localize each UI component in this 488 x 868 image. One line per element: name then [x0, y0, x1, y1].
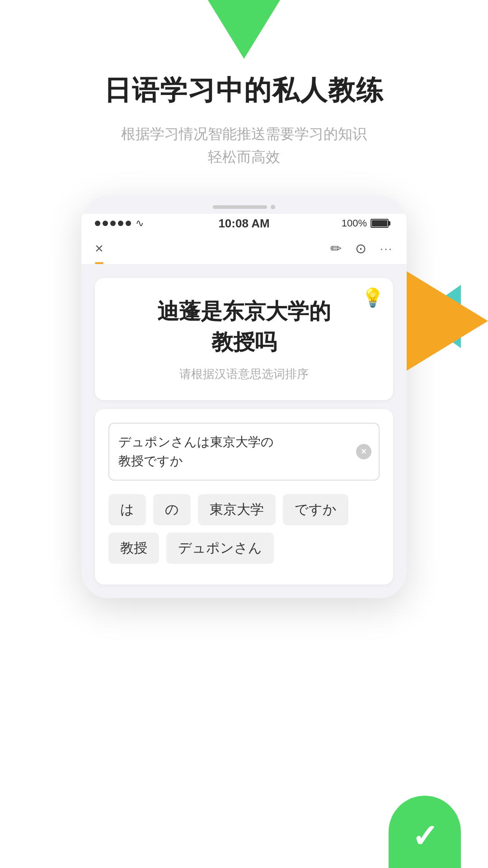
battery-text: 100% — [342, 217, 367, 229]
svg-marker-1 — [407, 271, 488, 371]
question-line2: 教授吗 — [211, 330, 277, 354]
edit-icon[interactable]: ✏ — [330, 241, 342, 256]
word-chip-desuka[interactable]: ですか — [283, 494, 348, 525]
more-button[interactable]: ··· — [380, 242, 393, 255]
hint-bulb-icon[interactable]: 💡 — [361, 287, 384, 308]
clear-button[interactable]: × — [356, 444, 371, 459]
word-chips-row1: は の 東京大学 ですか — [108, 494, 380, 525]
help-icon[interactable]: ⊙ — [355, 241, 366, 256]
status-bar: ∿ 10:08 AM 100% — [81, 214, 407, 233]
app-toolbar: × ✏ ⊙ ··· — [81, 233, 407, 264]
scroll-bar — [213, 205, 267, 209]
toolbar-right-icons: ✏ ⊙ ··· — [330, 241, 393, 256]
battery-icon — [371, 219, 389, 228]
signal-dot-5 — [126, 221, 131, 226]
scroll-dot — [271, 205, 275, 209]
signal-dot-3 — [110, 221, 116, 226]
signal-dot-1 — [95, 221, 100, 226]
signal-dot-4 — [118, 221, 123, 226]
word-chip-tokyodaigaku[interactable]: 東京大学 — [198, 494, 276, 525]
word-chip-kyoju[interactable]: 教授 — [108, 533, 159, 564]
main-content: 日语学习中的私人教练 根据学习情况智能推送需要学习的知识 轻松而高效 ∿ — [0, 0, 488, 868]
question-text: 迪蓬是东京大学的 教授吗 — [113, 296, 375, 357]
answer-input-text: デュポンさんは東京大学の 教授ですか — [118, 433, 356, 471]
wifi-icon: ∿ — [136, 217, 144, 229]
phone-mockup: ∿ 10:08 AM 100% × ✏ ⊙ ··· � — [81, 196, 407, 598]
page-title: 日语学习中的私人教练 — [104, 72, 384, 109]
word-chip-ha[interactable]: は — [108, 494, 146, 525]
answer-input-box[interactable]: デュポンさんは東京大学の 教授ですか × — [108, 423, 380, 481]
deco-orange-triangle — [407, 271, 488, 371]
word-chips-row2: 教授 デュポンさん — [108, 533, 380, 564]
question-hint: 请根据汉语意思选词排序 — [113, 366, 375, 382]
subtitle-line1: 根据学习情况智能推送需要学习的知识 — [121, 126, 367, 142]
signal-dot-2 — [103, 221, 108, 226]
page-subtitle: 根据学习情况智能推送需要学习的知识 轻松而高效 — [121, 123, 367, 169]
battery-fill — [372, 220, 387, 226]
status-left: ∿ — [95, 217, 144, 229]
status-time: 10:08 AM — [218, 217, 269, 231]
answer-area: デュポンさんは東京大学の 教授ですか × は の 東京大学 ですか 教授 デュポ… — [95, 409, 393, 585]
subtitle-line2: 轻松而高效 — [208, 149, 280, 165]
question-card: 💡 迪蓬是东京大学的 教授吗 请根据汉语意思选词排序 — [95, 278, 393, 400]
signal-dots — [95, 221, 131, 226]
word-chip-dyuponsan[interactable]: デュポンさん — [166, 533, 274, 564]
close-button[interactable]: × — [95, 240, 103, 257]
deco-check-circle — [389, 796, 461, 868]
scroll-indicator — [81, 196, 407, 214]
question-line1: 迪蓬是东京大学的 — [157, 299, 331, 323]
app-logo — [208, 0, 280, 59]
answer-line2: 教授ですか — [118, 454, 183, 468]
status-right: 100% — [342, 217, 389, 229]
answer-line1: デュポンさんは東京大学の — [118, 435, 274, 449]
word-chip-no[interactable]: の — [153, 494, 191, 525]
